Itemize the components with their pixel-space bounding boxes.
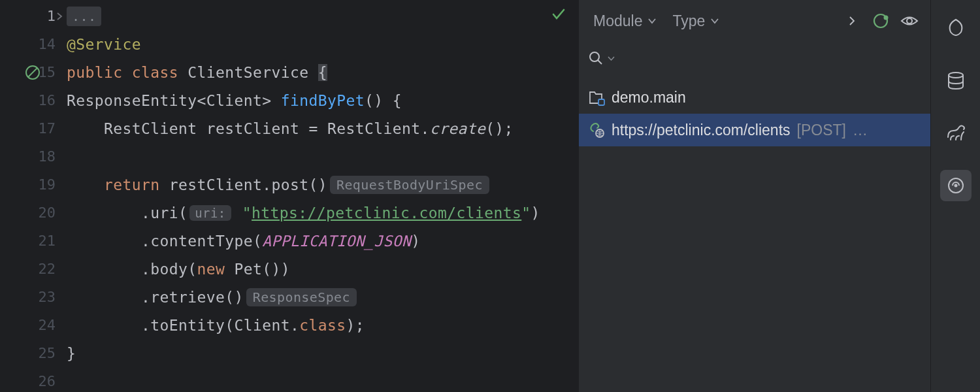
module-dropdown-label: Module [593,12,642,30]
code-text: Pet()) [225,261,290,278]
code-text: .retrieve() [67,289,244,306]
code-text: .body( [67,261,197,278]
method-name: findByPet [281,92,365,109]
chevron-down-icon [710,16,719,25]
kw-class: class [132,64,178,81]
line-number[interactable]: 26 [0,367,62,392]
chevron-down-icon [647,16,657,25]
open-api-icon[interactable] [869,9,892,33]
gradle-tool-icon[interactable] [940,118,972,149]
return-type: ResponseEntity<Client> [67,92,271,109]
svg-point-11 [954,184,957,188]
line-number[interactable]: 19 [0,171,62,199]
code-text: .uri( [67,204,188,221]
line-number[interactable]: 23 [0,283,62,311]
line-number[interactable]: 21 [0,227,62,255]
string-url[interactable]: https://petclinic.com/clients [252,204,521,221]
endpoints-tool-window: Module Type demo.mainhttps://petclinic. [578,0,931,392]
inspection-ok-icon[interactable] [551,7,566,22]
static-method: create [430,120,485,137]
inlay-hint-type[interactable]: RequestBodyUriSpec [330,176,489,194]
string-quote: " [521,204,531,221]
kw-return: return [104,176,159,193]
line-number[interactable]: 1 [0,2,62,30]
endpoints-list: demo.mainhttps://petclinic.com/clients[P… [579,74,930,392]
string-quote: " [242,204,252,221]
search-icon [588,50,604,66]
method-sig: () { [365,92,402,109]
ellipsis: … [853,122,868,139]
line-number[interactable]: 22 [0,255,62,283]
fold-placeholder[interactable]: ... [67,7,101,26]
editor-gutter: 114151617181920212223242526 [0,0,62,392]
constant: APPLICATION_JSON [262,233,411,250]
item-label: demo.main [612,89,686,106]
database-tool-icon[interactable] [940,65,972,97]
no-usage-icon[interactable] [24,64,41,81]
type-dropdown-label: Type [672,12,705,30]
class-name: ClientService [188,64,308,81]
expand-icon[interactable] [840,9,864,33]
code-text: restClient.post() [159,176,327,193]
line-number[interactable]: 17 [0,114,62,142]
svg-line-6 [598,60,602,64]
line-number[interactable]: 15 [0,58,62,86]
folder-icon [588,89,605,106]
code-text: RestClient restClient = RestClient. [67,120,430,137]
svg-line-1 [28,68,37,77]
endpoints-toolbar: Module Type [579,0,930,42]
brace-open: { [318,64,327,81]
type-dropdown[interactable]: Type [667,10,725,33]
line-number[interactable]: 24 [0,311,62,339]
code-text: .toEntity(Client. [67,317,299,334]
svg-point-5 [590,52,599,61]
globe-leaf-icon [588,122,605,139]
svg-point-4 [907,18,912,24]
code-text: .contentType( [67,233,262,250]
item-label: https://petclinic.com/clients [612,122,791,139]
code-area[interactable]: ... @Service public class ClientService … [62,0,578,392]
line-number[interactable]: 14 [0,30,62,58]
search-input[interactable] [619,51,921,66]
line-number[interactable]: 18 [0,142,62,171]
svg-rect-7 [598,99,604,105]
brace-close: } [67,345,76,362]
code-editor[interactable]: 114151617181920212223242526 ... @Service… [0,0,578,392]
kw-public: public [67,64,122,81]
module-dropdown[interactable]: Module [588,10,662,33]
inlay-hint-param[interactable]: uri: [189,205,231,221]
code-text: ) [411,233,420,250]
line-number[interactable]: 16 [0,86,62,114]
line-number[interactable]: 25 [0,339,62,367]
chevron-down-icon [608,55,615,62]
line-number[interactable]: 20 [0,199,62,227]
endpoints-tool-icon[interactable] [940,170,972,201]
code-text: ); [346,317,365,334]
inlay-hint-type[interactable]: ResponseSpec [246,288,357,306]
annotation: @Service [67,36,141,53]
svg-point-3 [884,16,889,20]
endpoints-search[interactable] [579,42,930,74]
eye-icon[interactable] [898,9,921,33]
code-text: (); [485,120,514,137]
http-method-badge: [POST] [797,122,846,139]
kw-new: new [197,261,225,278]
kw-class: class [299,317,346,334]
right-tool-stripe [931,0,980,392]
endpoint-item[interactable]: https://petclinic.com/clients[POST]… [579,114,930,146]
code-text: ) [531,204,540,221]
module-item[interactable]: demo.main [579,81,930,114]
ai-tool-icon[interactable] [940,13,972,44]
svg-point-9 [949,73,963,78]
